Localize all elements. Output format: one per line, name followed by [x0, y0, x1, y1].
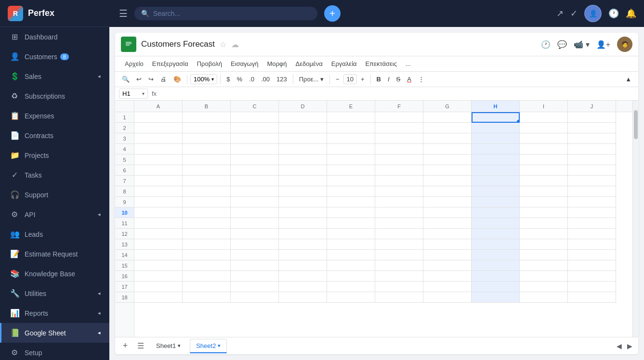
cell-H14[interactable] [472, 250, 520, 260]
percent-btn[interactable]: % [234, 74, 245, 85]
cell-A13[interactable] [134, 239, 183, 250]
sidebar-item-utilities[interactable]: 🔧Utilities◂ [0, 283, 109, 303]
menu-file[interactable]: Αρχείο [121, 58, 147, 69]
cell-H11[interactable] [472, 218, 520, 229]
cell-J6[interactable] [568, 165, 616, 176]
cell-F13[interactable] [375, 239, 423, 250]
cell-F8[interactable] [375, 186, 423, 197]
cell-D9[interactable] [279, 197, 327, 207]
cell-G7[interactable] [423, 176, 472, 186]
cell-F5[interactable] [375, 154, 423, 165]
font-dropdown[interactable]: Προε... ▾ [296, 74, 327, 85]
sidebar-item-google-sheet[interactable]: 📗Google Sheet◂ [0, 323, 109, 343]
cell-G1[interactable] [423, 112, 472, 123]
cell-C11[interactable] [231, 218, 279, 229]
add-button[interactable]: + [324, 5, 341, 22]
cell-H16[interactable] [472, 271, 520, 282]
cell-E14[interactable] [327, 250, 375, 260]
cell-F14[interactable] [375, 250, 423, 260]
cell-A7[interactable] [134, 176, 183, 186]
cell-J10[interactable] [568, 207, 616, 218]
cell-D4[interactable] [279, 144, 327, 154]
cell-J15[interactable] [568, 260, 616, 271]
font-size-increase[interactable]: + [358, 74, 368, 85]
cell-B5[interactable] [183, 154, 231, 165]
comments-icon[interactable]: 💬 [557, 40, 567, 49]
cell-I4[interactable] [520, 144, 568, 154]
menu-view[interactable]: Προβολή [193, 58, 226, 69]
cell-C3[interactable] [231, 133, 279, 144]
cell-A15[interactable] [134, 260, 183, 271]
cell-J8[interactable] [568, 186, 616, 197]
user-avatar[interactable]: 👤 [584, 5, 602, 22]
cell-G16[interactable] [423, 271, 472, 282]
cell-D13[interactable] [279, 239, 327, 250]
cell-J4[interactable] [568, 144, 616, 154]
col-header-I[interactable]: I [520, 101, 568, 112]
zoom-selector[interactable]: 100% ▾ [190, 74, 217, 84]
cell-G4[interactable] [423, 144, 472, 154]
sidebar-item-contracts[interactable]: 📄Contracts [0, 126, 109, 145]
cell-G10[interactable] [423, 207, 472, 218]
currency-btn[interactable]: $ [223, 74, 233, 85]
cell-A9[interactable] [134, 197, 183, 207]
sheet-tab-sheet1[interactable]: Sheet1 ▾ [150, 339, 187, 353]
cell-C6[interactable] [231, 165, 279, 176]
cell-H9[interactable] [472, 197, 520, 207]
sidebar-item-setup[interactable]: ⚙Setup [0, 343, 109, 360]
row-num-1[interactable]: 1 [115, 112, 134, 123]
cell-D2[interactable] [279, 123, 327, 133]
cell-C18[interactable] [231, 292, 279, 303]
sheet2-arrow[interactable]: ▾ [218, 343, 221, 349]
col-header-H[interactable]: H [472, 101, 520, 112]
cell-F10[interactable] [375, 207, 423, 218]
cell-A16[interactable] [134, 271, 183, 282]
cell-I10[interactable] [520, 207, 568, 218]
add-sheet-button[interactable]: + [119, 340, 131, 352]
cell-D3[interactable] [279, 133, 327, 144]
sidebar-item-sales[interactable]: 💲Sales◂ [0, 66, 109, 86]
zoom-btn[interactable]: 🔍 [119, 74, 132, 85]
vertical-scrollbar[interactable] [632, 101, 638, 337]
more-formats-btn[interactable]: ⋮ [415, 74, 427, 85]
cell-B7[interactable] [183, 176, 231, 186]
cell-B2[interactable] [183, 123, 231, 133]
col-header-G[interactable]: G [423, 101, 472, 112]
scroll-right-button[interactable]: ▶ [625, 341, 634, 351]
italic-btn[interactable]: I [385, 74, 393, 85]
cell-J9[interactable] [568, 197, 616, 207]
cell-A6[interactable] [134, 165, 183, 176]
cell-E7[interactable] [327, 176, 375, 186]
menu-format[interactable]: Μορφή [263, 58, 290, 69]
cell-I5[interactable] [520, 154, 568, 165]
cell-G3[interactable] [423, 133, 472, 144]
cell-J1[interactable] [568, 112, 616, 123]
row-num-14[interactable]: 14 [115, 250, 134, 260]
scrollbar-thumb[interactable] [634, 110, 638, 139]
row-num-16[interactable]: 16 [115, 271, 134, 282]
sidebar-item-estimate-request[interactable]: 📝Estimate Request [0, 244, 109, 264]
sheet-tab-sheet2[interactable]: Sheet2 ▾ [190, 339, 227, 353]
cell-G14[interactable] [423, 250, 472, 260]
share-icon[interactable]: ↗ [556, 8, 564, 19]
cell-D10[interactable] [279, 207, 327, 218]
notifications-icon[interactable]: 🔔 [626, 8, 636, 19]
video-call-icon[interactable]: 📹 ▾ [574, 40, 589, 49]
decimal-inc-btn[interactable]: .00 [258, 74, 273, 85]
cell-F1[interactable] [375, 112, 423, 123]
cell-D15[interactable] [279, 260, 327, 271]
cell-D6[interactable] [279, 165, 327, 176]
cell-J7[interactable] [568, 176, 616, 186]
menu-more[interactable]: ... [402, 58, 415, 69]
menu-extensions[interactable]: Επεκτάσεις [362, 58, 401, 69]
cell-E13[interactable] [327, 239, 375, 250]
cell-I3[interactable] [520, 133, 568, 144]
row-num-4[interactable]: 4 [115, 144, 134, 154]
col-header-B[interactable]: B [183, 101, 231, 112]
cell-E11[interactable] [327, 218, 375, 229]
cell-D8[interactable] [279, 186, 327, 197]
cell-C16[interactable] [231, 271, 279, 282]
strikethrough-btn[interactable]: S [394, 74, 404, 85]
cell-F3[interactable] [375, 133, 423, 144]
col-header-A[interactable]: A [134, 101, 183, 112]
